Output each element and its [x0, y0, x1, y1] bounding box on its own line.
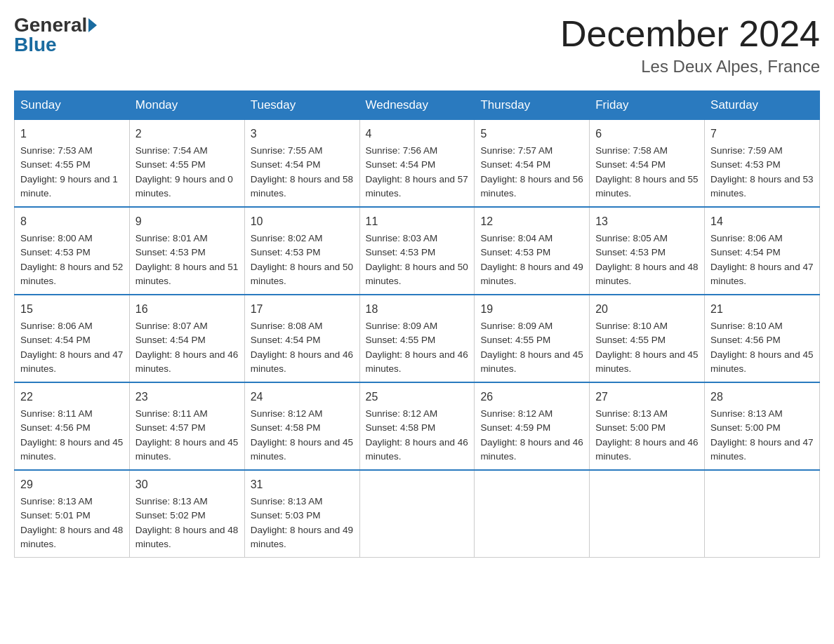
sunset-label: Sunset: 4:53 PM	[480, 247, 550, 257]
col-saturday: Saturday	[705, 91, 820, 120]
title-area: December 2024 Les Deux Alpes, France	[560, 14, 820, 76]
daylight-label: Daylight: 8 hours and 47 minutes.	[20, 349, 123, 374]
sunrise-label: Sunrise: 8:10 AM	[710, 321, 783, 331]
daylight-label: Daylight: 8 hours and 53 minutes.	[710, 174, 813, 199]
sunset-label: Sunset: 4:59 PM	[480, 422, 550, 433]
daylight-label: Daylight: 8 hours and 45 minutes.	[710, 349, 813, 374]
table-cell: 28 Sunrise: 8:13 AM Sunset: 5:00 PM Dayl…	[705, 382, 820, 470]
day-number: 17	[251, 301, 354, 318]
sunset-label: Sunset: 4:53 PM	[251, 247, 321, 257]
day-number: 14	[710, 213, 814, 230]
table-cell: 26 Sunrise: 8:12 AM Sunset: 4:59 PM Dayl…	[475, 382, 590, 470]
day-number: 28	[710, 389, 814, 405]
sunrise-label: Sunrise: 8:10 AM	[595, 321, 668, 331]
table-cell: 19 Sunrise: 8:09 AM Sunset: 4:55 PM Dayl…	[475, 295, 590, 382]
sunset-label: Sunset: 4:54 PM	[480, 159, 550, 170]
col-wednesday: Wednesday	[359, 91, 475, 120]
daylight-label: Daylight: 8 hours and 46 minutes.	[135, 349, 238, 374]
sunrise-label: Sunrise: 8:12 AM	[251, 408, 323, 419]
daylight-label: Daylight: 8 hours and 47 minutes.	[710, 437, 813, 462]
daylight-label: Daylight: 8 hours and 50 minutes.	[251, 262, 353, 286]
day-number: 13	[595, 213, 699, 230]
sunset-label: Sunset: 4:55 PM	[20, 159, 91, 170]
calendar-row: 1 Sunrise: 7:53 AM Sunset: 4:55 PM Dayli…	[15, 120, 820, 208]
table-cell: 4 Sunrise: 7:56 AM Sunset: 4:54 PM Dayli…	[359, 120, 475, 208]
calendar-row: 15 Sunrise: 8:06 AM Sunset: 4:54 PM Dayl…	[15, 295, 820, 382]
daylight-label: Daylight: 8 hours and 47 minutes.	[710, 262, 813, 286]
month-title: December 2024	[560, 14, 820, 54]
daylight-label: Daylight: 8 hours and 48 minutes.	[595, 262, 698, 286]
table-cell: 11 Sunrise: 8:03 AM Sunset: 4:53 PM Dayl…	[359, 207, 475, 295]
daylight-label: Daylight: 8 hours and 46 minutes.	[251, 349, 353, 374]
sunset-label: Sunset: 4:54 PM	[710, 247, 781, 257]
sunset-label: Sunset: 4:53 PM	[595, 247, 666, 257]
sunset-label: Sunset: 5:03 PM	[251, 510, 321, 521]
sunset-label: Sunset: 5:02 PM	[135, 510, 206, 521]
sunrise-label: Sunrise: 8:13 AM	[710, 408, 783, 419]
col-sunday: Sunday	[15, 91, 130, 120]
sunrise-label: Sunrise: 7:58 AM	[595, 145, 668, 156]
sunset-label: Sunset: 4:54 PM	[251, 335, 321, 345]
header-row: Sunday Monday Tuesday Wednesday Thursday…	[15, 91, 820, 120]
sunrise-label: Sunrise: 8:07 AM	[135, 321, 208, 331]
table-cell	[590, 470, 705, 558]
sunset-label: Sunset: 4:55 PM	[135, 159, 206, 170]
daylight-label: Daylight: 8 hours and 55 minutes.	[595, 174, 698, 199]
sunrise-label: Sunrise: 8:06 AM	[710, 233, 783, 243]
sunrise-label: Sunrise: 8:13 AM	[135, 496, 208, 507]
sunrise-label: Sunrise: 8:08 AM	[251, 321, 323, 331]
daylight-label: Daylight: 8 hours and 51 minutes.	[135, 262, 238, 286]
col-friday: Friday	[590, 91, 705, 120]
sunrise-label: Sunrise: 8:06 AM	[20, 321, 93, 331]
sunset-label: Sunset: 4:54 PM	[366, 159, 436, 170]
daylight-label: Daylight: 8 hours and 48 minutes.	[135, 525, 238, 549]
daylight-label: Daylight: 8 hours and 45 minutes.	[595, 349, 698, 374]
sunrise-label: Sunrise: 7:54 AM	[135, 145, 208, 156]
sunset-label: Sunset: 4:54 PM	[20, 335, 91, 345]
day-number: 20	[595, 301, 699, 318]
sunrise-label: Sunrise: 8:11 AM	[20, 408, 93, 419]
daylight-label: Daylight: 8 hours and 46 minutes.	[366, 437, 468, 462]
sunset-label: Sunset: 5:01 PM	[20, 510, 91, 521]
daylight-label: Daylight: 8 hours and 46 minutes.	[480, 437, 583, 462]
table-cell	[475, 470, 590, 558]
day-number: 22	[20, 389, 124, 405]
calendar-row: 22 Sunrise: 8:11 AM Sunset: 4:56 PM Dayl…	[15, 382, 820, 470]
daylight-label: Daylight: 8 hours and 45 minutes.	[20, 437, 123, 462]
col-tuesday: Tuesday	[244, 91, 359, 120]
day-number: 3	[251, 126, 354, 142]
daylight-label: Daylight: 9 hours and 1 minute.	[20, 174, 118, 199]
day-number: 11	[366, 213, 469, 230]
table-cell: 9 Sunrise: 8:01 AM Sunset: 4:53 PM Dayli…	[129, 207, 244, 295]
day-number: 10	[251, 213, 354, 230]
table-cell: 17 Sunrise: 8:08 AM Sunset: 4:54 PM Dayl…	[244, 295, 359, 382]
daylight-label: Daylight: 8 hours and 57 minutes.	[366, 174, 468, 199]
daylight-label: Daylight: 8 hours and 56 minutes.	[480, 174, 583, 199]
sunset-label: Sunset: 4:58 PM	[251, 422, 321, 433]
sunrise-label: Sunrise: 8:09 AM	[366, 321, 438, 331]
day-number: 9	[135, 213, 239, 230]
day-number: 15	[20, 301, 124, 318]
day-number: 1	[20, 126, 124, 142]
sunrise-label: Sunrise: 8:13 AM	[20, 496, 93, 507]
daylight-label: Daylight: 8 hours and 45 minutes.	[135, 437, 238, 462]
sunset-label: Sunset: 4:53 PM	[20, 247, 91, 257]
table-cell: 20 Sunrise: 8:10 AM Sunset: 4:55 PM Dayl…	[590, 295, 705, 382]
sunset-label: Sunset: 4:54 PM	[135, 335, 206, 345]
table-cell: 10 Sunrise: 8:02 AM Sunset: 4:53 PM Dayl…	[244, 207, 359, 295]
sunrise-label: Sunrise: 8:12 AM	[366, 408, 438, 419]
sunrise-label: Sunrise: 7:57 AM	[480, 145, 552, 156]
calendar-table: Sunday Monday Tuesday Wednesday Thursday…	[14, 90, 820, 558]
table-cell: 23 Sunrise: 8:11 AM Sunset: 4:57 PM Dayl…	[129, 382, 244, 470]
day-number: 31	[251, 476, 354, 493]
daylight-label: Daylight: 8 hours and 58 minutes.	[251, 174, 353, 199]
table-cell: 6 Sunrise: 7:58 AM Sunset: 4:54 PM Dayli…	[590, 120, 705, 208]
table-cell: 15 Sunrise: 8:06 AM Sunset: 4:54 PM Dayl…	[15, 295, 130, 382]
daylight-label: Daylight: 8 hours and 49 minutes.	[251, 525, 353, 549]
table-cell: 29 Sunrise: 8:13 AM Sunset: 5:01 PM Dayl…	[15, 470, 130, 558]
day-number: 19	[480, 301, 583, 318]
day-number: 16	[135, 301, 239, 318]
daylight-label: Daylight: 8 hours and 45 minutes.	[480, 349, 583, 374]
day-number: 5	[480, 126, 583, 142]
table-cell: 8 Sunrise: 8:00 AM Sunset: 4:53 PM Dayli…	[15, 207, 130, 295]
